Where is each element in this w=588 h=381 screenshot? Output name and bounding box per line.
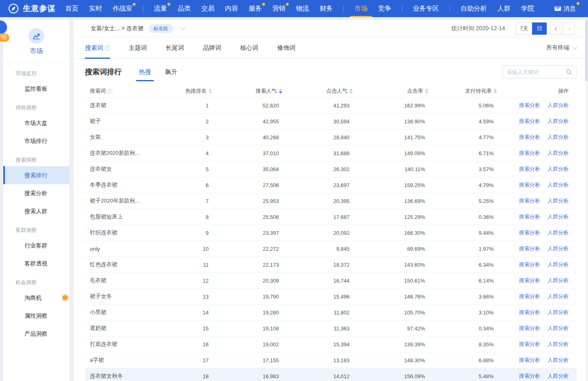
sidebar-item[interactable]: 搜索排行 — [3, 166, 69, 184]
crowd-analysis-link[interactable]: 人群分析 — [548, 356, 569, 364]
nav-item[interactable]: 物流 — [296, 0, 309, 17]
table-row[interactable]: 女装 3 40,268 28,840 141.75% 4.77% 搜索分析 人群… — [85, 129, 577, 145]
crowd-analysis-link[interactable]: 人群分析 — [548, 149, 569, 157]
search-analysis-link[interactable]: 搜索分析 — [519, 165, 540, 173]
search-analysis-link[interactable]: 搜索分析 — [519, 341, 540, 348]
search-analysis-link[interactable]: 搜索分析 — [519, 372, 540, 380]
messages-button[interactable]: 消息 — [555, 0, 576, 17]
sidebar-item[interactable]: 供给洞察 — [3, 98, 69, 114]
nav-item[interactable]: 学院 — [521, 0, 534, 17]
nav-item[interactable]: 交易 — [201, 0, 214, 17]
scrollbar-track[interactable] — [585, 20, 588, 381]
nav-item[interactable]: 业务专区 — [413, 0, 439, 17]
table-row[interactable]: 针织连衣裙 9 23,397 20,092 166.30% 9.44% 搜索分析… — [85, 225, 577, 241]
tab-word-type[interactable]: 修饰词 — [277, 37, 296, 58]
search-analysis-link[interactable]: 搜索分析 — [519, 213, 540, 221]
sidebar-item[interactable]: 客群洞察 — [3, 220, 69, 236]
search-analysis-link[interactable]: 搜索分析 — [519, 197, 540, 205]
range-7d-button[interactable]: 7天 — [516, 22, 532, 35]
range-day-button[interactable]: 日 — [532, 22, 547, 35]
search-analysis-link[interactable]: 搜索分析 — [519, 102, 540, 109]
nav-item[interactable]: 服务 — [249, 0, 262, 17]
nav-item[interactable]: 内容 — [225, 0, 238, 17]
table-row[interactable]: 打底连衣裙 16 19,002 15,394 139.39% 8.35% 搜索分… — [85, 336, 577, 352]
tab-word-type[interactable]: 长尾词 — [166, 37, 184, 58]
floating-tag[interactable]: 明 — [0, 33, 9, 42]
sort-toggle[interactable] — [425, 89, 428, 94]
chevron-down-icon[interactable] — [180, 25, 185, 30]
crowd-analysis-link[interactable]: 人群分析 — [548, 229, 569, 236]
keyword-search-box[interactable] — [502, 65, 577, 78]
search-analysis-link[interactable]: 搜索分析 — [519, 356, 540, 364]
sidebar-item[interactable]: 行业客群 — [3, 236, 69, 254]
sidebar-item[interactable]: 市场大盘 — [3, 114, 69, 132]
nav-item[interactable]: 人群 — [497, 0, 510, 17]
table-row[interactable]: 连衣裙女秋冬 18 16,983 14,012 156.09% 5.48% 搜索… — [85, 368, 577, 381]
sidebar-module-market[interactable]: 市场 — [3, 20, 69, 62]
crowd-analysis-link[interactable]: 人群分析 — [548, 165, 569, 173]
table-row[interactable]: a字裙 17 17,155 13,183 148.30% 6.88% 搜索分析 … — [85, 352, 577, 368]
table-row[interactable]: 冬季连衣裙 6 27,506 23,697 159.25% 4.79% 搜索分析… — [85, 177, 577, 193]
table-row[interactable]: 遮奶裙 15 19,108 11,363 97.42% 0.34% 搜索分析 人… — [85, 321, 577, 336]
next-date-button[interactable]: › — [564, 22, 575, 35]
search-analysis-link[interactable]: 搜索分析 — [519, 229, 540, 236]
help-icon[interactable]: ? — [105, 45, 110, 51]
crowd-analysis-link[interactable]: 人群分析 — [548, 245, 569, 252]
crowd-analysis-link[interactable]: 人群分析 — [548, 325, 569, 332]
table-row[interactable]: 小黑裙 14 19,280 11,802 105.70% 3.10% 搜索分析 … — [85, 305, 577, 321]
sidebar-item[interactable]: 客群透视 — [3, 254, 69, 272]
search-analysis-link[interactable]: 搜索分析 — [519, 261, 540, 268]
sidebar-item[interactable]: 属性洞察 — [3, 307, 69, 325]
prev-date-button[interactable]: ‹ — [550, 22, 561, 35]
rank-mode-tab[interactable]: 热搜 — [139, 59, 151, 85]
search-analysis-link[interactable]: 搜索分析 — [519, 118, 540, 125]
crowd-analysis-link[interactable]: 人群分析 — [548, 261, 569, 268]
sort-toggle[interactable] — [209, 89, 212, 94]
search-analysis-link[interactable]: 搜索分析 — [519, 293, 540, 300]
tab-word-type[interactable]: 核心词 — [240, 37, 258, 58]
standard-version-badge[interactable]: 标准版 — [149, 24, 173, 33]
sidebar-item[interactable]: 搜索分析 — [3, 184, 69, 202]
table-row[interactable]: 裙子女冬 13 19,790 15,496 146.76% 3.66% 搜索分析… — [85, 289, 577, 305]
table-row[interactable]: 红色连衣裙 11 22,173 18,372 143.60% 6.34% 搜索分… — [85, 257, 577, 273]
nav-item[interactable] — [450, 5, 450, 12]
crowd-analysis-link[interactable]: 人群分析 — [548, 118, 569, 125]
nav-item[interactable]: 市场 — [354, 0, 368, 17]
sidebar-item[interactable]: 淘商机 — [3, 289, 69, 307]
nav-item[interactable]: 营销 — [272, 0, 285, 17]
nav-item[interactable] — [143, 5, 143, 12]
help-icon[interactable]: ? — [107, 89, 112, 94]
nav-item[interactable]: 首页 — [65, 0, 78, 17]
table-row[interactable]: 毛衣裙 12 20,309 16,744 150.61% 6.14% 搜索分析 … — [85, 273, 577, 289]
nav-item[interactable]: 财务 — [320, 0, 333, 17]
table-row[interactable]: 包股裙短床上 8 25,506 17,687 125.29% 0.36% 搜索分… — [85, 209, 577, 225]
tab-word-type[interactable]: 主题词 — [129, 37, 147, 58]
table-row[interactable]: 连衣裙 1 52,620 41,293 162.99% 5.06% 搜索分析 人… — [85, 98, 577, 114]
crowd-analysis-link[interactable]: 人群分析 — [548, 197, 569, 205]
sidebar-item[interactable]: 搜索人群 — [3, 202, 69, 220]
search-analysis-link[interactable]: 搜索分析 — [519, 149, 540, 157]
table-row[interactable]: 裙子 2 42,955 30,594 138.90% 4.59% 搜索分析 人群… — [85, 114, 577, 129]
sort-toggle-active[interactable] — [279, 89, 282, 94]
search-analysis-link[interactable]: 搜索分析 — [519, 181, 540, 189]
breadcrumb[interactable]: 女装/女士... > 连衣裙 — [91, 25, 144, 32]
crowd-analysis-link[interactable]: 人群分析 — [548, 181, 569, 189]
crowd-analysis-link[interactable]: 人群分析 — [548, 277, 569, 284]
crowd-analysis-link[interactable]: 人群分析 — [548, 134, 569, 141]
crowd-analysis-link[interactable]: 人群分析 — [548, 293, 569, 300]
search-analysis-link[interactable]: 搜索分析 — [519, 325, 540, 332]
search-analysis-link[interactable]: 搜索分析 — [519, 277, 540, 284]
crowd-analysis-link[interactable]: 人群分析 — [548, 102, 569, 109]
scrollbar-thumb[interactable] — [585, 20, 588, 81]
table-row[interactable]: 裙子2020年新款秋... 7 25,953 20,395 136.69% 5.… — [85, 193, 577, 209]
search-analysis-link[interactable]: 搜索分析 — [519, 309, 540, 316]
sidebar-item[interactable]: 市场监控 — [3, 63, 69, 80]
search-analysis-link[interactable]: 搜索分析 — [519, 134, 540, 141]
nav-item[interactable] — [402, 5, 402, 12]
sidebar-item[interactable]: 搜索洞察 — [3, 150, 69, 166]
crowd-analysis-link[interactable]: 人群分析 — [548, 341, 569, 348]
keyword-search-input[interactable] — [507, 69, 566, 75]
sidebar-item[interactable]: 机会洞察 — [3, 272, 69, 289]
sidebar-item[interactable]: 监控看板 — [3, 80, 69, 98]
nav-item[interactable]: 自助分析 — [461, 0, 487, 17]
